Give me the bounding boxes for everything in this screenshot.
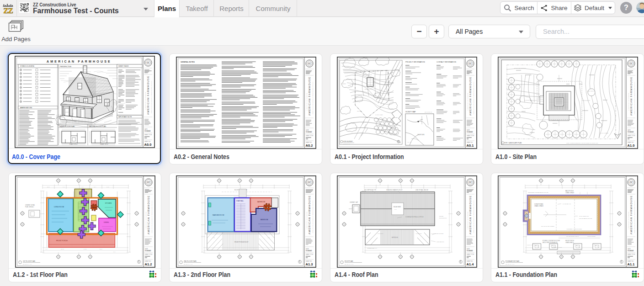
svg-text:DATE: DATE <box>467 248 470 250</box>
svg-text:PARKING AREA: PARKING AREA <box>524 100 532 101</box>
svg-text:STAIR HALL: STAIR HALL <box>236 200 244 202</box>
svg-text:FRONT PORCH ROOF: FRONT PORCH ROOF <box>234 241 249 243</box>
svg-text:SCALE: 1/4"=1'-0": SCALE: 1/4"=1'-0" <box>345 264 354 265</box>
svg-text:MAIN BEDROOM: MAIN BEDROOM <box>213 214 224 216</box>
svg-text:12x12 BRICK PIERS: 12x12 BRICK PIERS <box>552 247 562 248</box>
svg-text:VICINITY MAP: VICINITY MAP <box>405 111 416 113</box>
svg-text:CHIMNEY CAP: CHIMNEY CAP <box>350 201 358 203</box>
svg-text:NOT TO SCALE: NOT TO SCALE <box>425 111 432 112</box>
svg-text:FRONT YARD: FRONT YARD <box>552 120 559 121</box>
svg-text:01/24/443: 01/24/443 <box>306 131 312 133</box>
svg-text:23'-2": 23'-2" <box>100 249 102 249</box>
svg-text:DATE: DATE <box>628 248 631 250</box>
svg-text:CC: CC <box>469 181 472 184</box>
svg-text:DATE: DATE <box>306 129 309 131</box>
svg-text:12'-6": 12'-6" <box>47 186 50 187</box>
svg-text:FREE PLANS AVAILABLE AT FREEFA: FREE PLANS AVAILABLE AT FREEFARMHOUSE.CO… <box>473 201 474 233</box>
svg-text:16"x8" CONC FTG: 16"x8" CONC FTG <box>579 216 589 217</box>
svg-text:SHEET NO.: SHEET NO. <box>467 260 473 262</box>
svg-text:SHEET TITLE: SHEET TITLE <box>467 134 474 136</box>
svg-text:SCALE: 1/4"=1'-0": SCALE: 1/4"=1'-0" <box>506 264 515 265</box>
svg-text:ABBREVIATIONS: ABBREVIATIONS <box>20 107 32 109</box>
svg-text:A DESIGN BY JAY OSBORNE: A DESIGN BY JAY OSBORNE <box>144 91 145 109</box>
svg-text:A DESIGN BY JAY OSBORNE: A DESIGN BY JAY OSBORNE <box>306 212 307 229</box>
svg-text:MEADOW: MEADOW <box>357 111 362 112</box>
svg-text:DATE: DATE <box>145 248 148 250</box>
svg-text:DOWNSPOUT: DOWNSPOUT <box>439 217 447 219</box>
svg-text:POST BELOW: POST BELOW <box>436 241 444 243</box>
svg-text:A1.4: A1.4 <box>467 262 474 266</box>
svg-text:SCALE: 1/4"=1'-0": SCALE: 1/4"=1'-0" <box>23 264 32 265</box>
svg-text:NOTE: HOUSE DIMENSIONS ARE MEA: NOTE: HOUSE DIMENSIONS ARE MEASURED TO F… <box>566 143 598 143</box>
svg-text:21'-10": 21'-10" <box>61 249 64 249</box>
svg-text:FREE PLANS AVAILABLE AT FREEFA: FREE PLANS AVAILABLE AT FREEFARMHOUSE.CO… <box>312 81 313 114</box>
svg-text:4:12 SLOPE: 4:12 SLOPE <box>377 233 383 234</box>
svg-text:RUBBERIZED CAP: RUBBERIZED CAP <box>367 248 377 249</box>
svg-text:STANDING SEAM MTL ROOF: STANDING SEAM MTL ROOF <box>386 189 403 191</box>
svg-text:A DESIGN BY JAY OSBORNE: A DESIGN BY JAY OSBORNE <box>145 212 146 229</box>
svg-text:CONTACT INFORMATION: CONTACT INFORMATION <box>436 61 456 63</box>
svg-text:AMERICAN FARMHOUSE: AMERICAN FARMHOUSE <box>308 76 311 116</box>
svg-text:FREE PLANS AVAILABLE AT FREEFA: FREE PLANS AVAILABLE AT FREEFARMHOUSE.CO… <box>634 81 635 114</box>
svg-text:SHEET NO.: SHEET NO. <box>628 260 634 262</box>
svg-text:5V METAL ROOFING 4:12 PITCH: 5V METAL ROOFING 4:12 PITCH <box>405 216 423 218</box>
svg-text:CC: CC <box>147 181 150 184</box>
svg-text:AMERICAN FARMHOUSE: AMERICAN FARMHOUSE <box>147 75 149 115</box>
svg-text:VISQUEEN VAPOR BARRIER: VISQUEEN VAPOR BARRIER <box>566 228 582 230</box>
svg-text:4'-0": 4'-0" <box>45 249 48 249</box>
svg-text:SITE: SITE <box>420 119 423 120</box>
svg-text:GRADE OUTER LINE (2): GRADE OUTER LINE (2) <box>566 236 579 237</box>
svg-text:(E) GRAVEL TURNOUT: (E) GRAVEL TURNOUT <box>514 68 526 69</box>
svg-text:01/24/443: 01/24/443 <box>144 130 151 132</box>
svg-text:AMERICAN FARMHOUSE: AMERICAN FARMHOUSE <box>308 195 311 234</box>
svg-text:14'-8": 14'-8" <box>106 186 109 187</box>
svg-text:SCALE: 1"=30': SCALE: 1"=30' <box>343 143 350 144</box>
svg-text:PROJECT INFORMATION: PROJECT INFORMATION <box>405 61 425 63</box>
svg-text:01/24/443: 01/24/443 <box>628 250 634 252</box>
svg-text:4:12: 4:12 <box>267 237 270 238</box>
svg-text:SECOND FLOOR PLAN: SECOND FLOOR PLAN <box>89 125 106 127</box>
svg-text:A DESIGN BY JAY OSBORNE: A DESIGN BY JAY OSBORNE <box>306 92 307 110</box>
svg-text:DRIP LINE TYP.: DRIP LINE TYP. <box>587 90 596 92</box>
svg-text:SHEET TITLE: SHEET TITLE <box>628 254 635 255</box>
svg-text:CC: CC <box>308 181 311 184</box>
svg-text:CC: CC <box>630 181 633 184</box>
svg-text:FREE PLANS AVAILABLE AT FREEFA: FREE PLANS AVAILABLE AT FREEFARMHOUSE.CO… <box>473 81 474 114</box>
svg-text:TYP.: TYP. <box>394 209 397 210</box>
svg-text:CHIMNEY DETAIL: CHIMNEY DETAIL <box>25 204 35 206</box>
svg-text:BACK PORCH: BACK PORCH <box>565 190 574 192</box>
svg-text:01/24/443: 01/24/443 <box>467 131 473 133</box>
svg-text:HWY 441: HWY 441 <box>407 142 412 143</box>
svg-text:4:12: 4:12 <box>213 237 215 238</box>
svg-text:SHEET INDEX: SHEET INDEX <box>118 65 129 67</box>
svg-text:W 6x25 BEAMS: W 6x25 BEAMS <box>563 203 571 205</box>
svg-text:A DESIGN BY JAY OSBORNE: A DESIGN BY JAY OSBORNE <box>467 212 468 229</box>
svg-text:DATE: DATE <box>467 129 470 131</box>
svg-text:SHEET NO.: SHEET NO. <box>144 140 151 142</box>
svg-text:PLAN. SEE A4.1: PLAN. SEE A4.1 <box>25 206 34 208</box>
svg-text:A0.0: A0.0 <box>144 143 151 147</box>
svg-text:1:20x2 FOOTER: 1:20x2 FOOTER <box>587 236 596 237</box>
svg-text:FOUNDATION PLAN: FOUNDATION PLAN <box>506 260 520 262</box>
svg-text:BATHROOM: BATHROOM <box>257 201 266 203</box>
svg-text:(2) PLAT TREES: (2) PLAT TREES <box>600 132 608 134</box>
svg-text:SCALE: 1/4"=1': SCALE: 1/4"=1' <box>100 143 108 145</box>
svg-text:FREE PLANS AVAILABLE AT FREEFA: FREE PLANS AVAILABLE AT FREEFARMHOUSE.CO… <box>150 80 151 113</box>
svg-text:MIN 12" BELOW GRADE: MIN 12" BELOW GRADE <box>579 218 592 219</box>
svg-text:GENERAL NOTES: GENERAL NOTES <box>181 61 195 63</box>
svg-text:FREE PLANS AVAILABLE AT FREEFA: FREE PLANS AVAILABLE AT FREEFARMHOUSE.CO… <box>312 201 313 233</box>
svg-text:ZZ: ZZ <box>3 6 13 15</box>
svg-text:A DESIGN BY JAY OSBORNE: A DESIGN BY JAY OSBORNE <box>628 212 629 229</box>
svg-text:POURED CONCRETE FOOTER: POURED CONCRETE FOOTER <box>543 240 560 242</box>
svg-text:DATE: DATE <box>628 129 631 131</box>
svg-text:2ND FLOOR PLAN: 2ND FLOOR PLAN <box>184 260 197 262</box>
svg-text:DATE: DATE <box>306 248 309 250</box>
svg-text:A DESIGN BY JAY OSBORNE: A DESIGN BY JAY OSBORNE <box>628 92 629 110</box>
svg-text:ROOF PLAN: ROOF PLAN <box>345 260 353 262</box>
svg-text:FIRST FLOOR PLAN: FIRST FLOOR PLAN <box>60 125 75 127</box>
svg-text:IMPORTANT NOTE: IMPORTANT NOTE <box>118 116 132 118</box>
svg-text:HALF ROUND GUTTER: HALF ROUND GUTTER <box>431 233 443 234</box>
svg-text:DINING: DINING <box>104 222 109 223</box>
svg-text:LIVING ROOM: LIVING ROOM <box>54 206 64 208</box>
svg-text:01/24/443: 01/24/443 <box>145 250 151 252</box>
